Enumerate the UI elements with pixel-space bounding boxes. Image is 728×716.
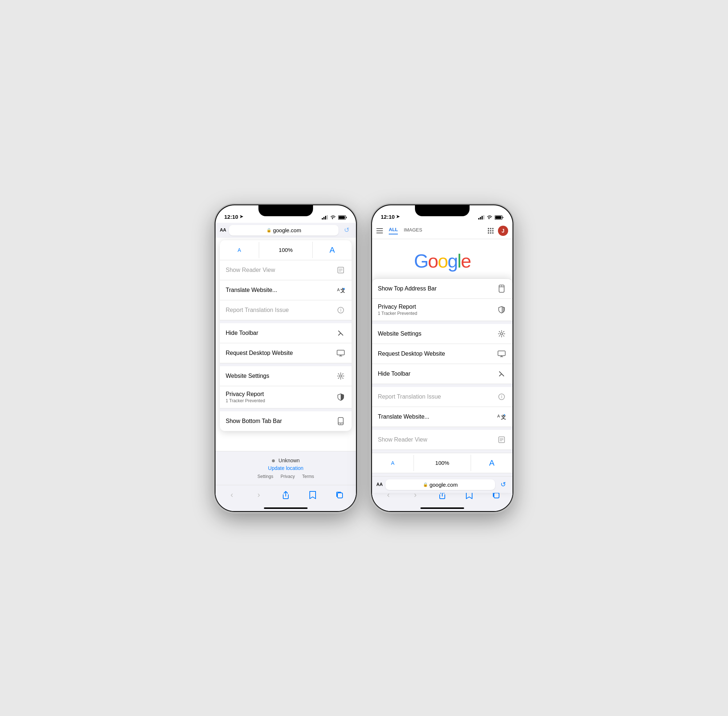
font-size-row-right[interactable]: A 100% A: [372, 453, 513, 473]
show-reader-view-item-left[interactable]: Show Reader View: [220, 260, 352, 280]
update-location-link-left[interactable]: Update location: [221, 465, 350, 471]
font-decrease-btn-right[interactable]: A: [372, 455, 414, 471]
google-header-right: ALL IMAGES J: [372, 223, 513, 239]
google-nav-tabs-right: ALL IMAGES: [389, 227, 422, 234]
screen-content-right: ALL IMAGES J: [372, 223, 513, 511]
svg-text:i: i: [501, 394, 502, 399]
hamburger-menu-right[interactable]: [376, 228, 383, 233]
shield-icon-left: [335, 392, 346, 402]
request-desktop-label-left: Request Desktop Website: [226, 350, 293, 356]
svg-rect-21: [337, 493, 343, 498]
address-bar-left[interactable]: AA 🔒 google.com ↺: [215, 223, 356, 238]
report-translation-label-right: Report Translation Issue: [378, 393, 441, 400]
tab-images-right[interactable]: IMAGES: [404, 227, 422, 234]
svg-rect-32: [498, 351, 505, 356]
website-settings-label-right: Website Settings: [378, 331, 422, 337]
report-translation-item-right[interactable]: Report Translation Issue i: [372, 387, 513, 407]
show-top-address-item-right[interactable]: Show Top Address Bar: [372, 279, 513, 299]
svg-point-20: [340, 423, 341, 424]
battery-icon-left: [338, 215, 347, 220]
svg-text:文: 文: [340, 288, 345, 293]
translate-website-item-left[interactable]: Translate Website... A 文: [220, 280, 352, 300]
website-settings-label-left: Website Settings: [226, 373, 269, 379]
status-time-right: 12:10 ➤: [381, 214, 400, 220]
reader-icon-right: [496, 435, 507, 445]
font-increase-btn-left[interactable]: A: [313, 240, 352, 260]
screen-content-left: AA 🔒 google.com ↺ 🌤 Weather: [215, 223, 356, 511]
svg-text:i: i: [340, 308, 341, 312]
reload-btn-bottom-right[interactable]: ↺: [498, 479, 508, 490]
gear-icon-left: [335, 371, 346, 381]
svg-point-17: [340, 375, 342, 377]
settings-link-left[interactable]: Settings: [257, 474, 273, 479]
phone-icon-left: [335, 416, 346, 426]
monitor-icon-left: [335, 348, 346, 358]
privacy-report-item-left[interactable]: Privacy Report 1 Tracker Prevented: [220, 386, 352, 408]
privacy-report-label-left: Privacy Report: [226, 391, 265, 397]
aa-label-bottom-right[interactable]: AA: [376, 482, 382, 487]
reload-btn-left[interactable]: ↺: [341, 225, 352, 235]
hide-toolbar-item-right[interactable]: Hide Toolbar: [372, 364, 513, 384]
url-left: google.com: [273, 227, 302, 233]
unknown-label-left: Unknown: [279, 458, 300, 463]
show-reader-view-label-right: Show Reader View: [378, 437, 427, 443]
svg-rect-5: [339, 216, 345, 219]
google-logo-area-right: Google: [372, 239, 513, 279]
show-bottom-tab-item-left[interactable]: Show Bottom Tab Bar: [220, 411, 352, 431]
dropdown-menu-right: Show Top Address Bar Privacy Report 1 Tr…: [372, 278, 513, 493]
website-settings-item-left[interactable]: Website Settings: [220, 366, 352, 386]
font-percent-left: 100%: [259, 242, 313, 258]
website-settings-item-right[interactable]: Website Settings: [372, 324, 513, 344]
arrow-icon-left: [335, 328, 346, 338]
bookmarks-btn-left[interactable]: [306, 488, 319, 502]
google-nav-right-right: J: [488, 226, 508, 236]
footer-links-left: Settings Privacy Terms: [221, 474, 350, 479]
bottom-address-bar-right[interactable]: AA 🔒 google.com ↺: [372, 476, 513, 493]
section-gap-3-right: [372, 427, 513, 430]
google-logo-right: Google: [372, 250, 513, 272]
terms-link-left[interactable]: Terms: [302, 474, 314, 479]
svg-rect-1: [324, 217, 325, 220]
monitor-icon-right: [496, 349, 507, 359]
report-translation-item-left[interactable]: Report Translation Issue i: [220, 300, 352, 320]
aa-label-left[interactable]: AA: [220, 228, 226, 233]
font-size-row-left[interactable]: A 100% A: [220, 240, 352, 260]
privacy-report-sub-left: 1 Tracker Prevented: [226, 398, 265, 404]
request-desktop-item-left[interactable]: Request Desktop Website: [220, 343, 352, 363]
address-field-bottom-right[interactable]: 🔒 google.com: [385, 479, 495, 490]
font-decrease-btn-left[interactable]: A: [220, 242, 259, 258]
phone-top-icon-right: [496, 284, 507, 294]
left-phone: 12:10 ➤: [215, 205, 357, 512]
lock-icon-bottom-right: 🔒: [423, 482, 428, 487]
privacy-report-item-right[interactable]: Privacy Report 1 Tracker Prevented: [372, 299, 513, 321]
google-nav-left-right: ALL IMAGES: [376, 227, 422, 234]
translate-website-item-right[interactable]: Translate Website... A 文: [372, 407, 513, 427]
battery-icon-right: [495, 215, 504, 220]
shield-icon-right: [496, 305, 507, 315]
hide-toolbar-item-left[interactable]: Hide Toolbar: [220, 323, 352, 343]
tab-all-right[interactable]: ALL: [389, 227, 398, 234]
tabs-btn-left[interactable]: [333, 488, 346, 502]
address-field-left[interactable]: 🔒 google.com: [229, 225, 338, 235]
privacy-link-left[interactable]: Privacy: [281, 474, 295, 479]
section-gap-3-left: [220, 408, 352, 411]
back-btn-left[interactable]: ‹: [225, 488, 238, 502]
forward-btn-left[interactable]: ›: [252, 488, 265, 502]
svg-rect-22: [478, 218, 479, 220]
svg-rect-14: [337, 350, 344, 355]
show-reader-view-item-right[interactable]: Show Reader View: [372, 430, 513, 450]
hide-toolbar-label-left: Hide Toolbar: [226, 330, 258, 336]
svg-rect-43: [494, 493, 499, 498]
section-gap-1-right: [372, 321, 513, 324]
section-gap-2-left: [220, 363, 352, 366]
status-icons-right: [478, 215, 504, 220]
show-reader-view-label-left: Show Reader View: [226, 267, 275, 273]
apps-grid-icon-right[interactable]: [488, 228, 494, 234]
share-btn-left[interactable]: [279, 488, 292, 502]
user-avatar-right[interactable]: J: [498, 226, 508, 236]
section-gap-4-right: [372, 450, 513, 453]
svg-text:文: 文: [501, 414, 506, 420]
svg-point-30: [501, 285, 502, 286]
font-increase-btn-right[interactable]: A: [471, 453, 513, 473]
request-desktop-item-right[interactable]: Request Desktop Website: [372, 344, 513, 364]
